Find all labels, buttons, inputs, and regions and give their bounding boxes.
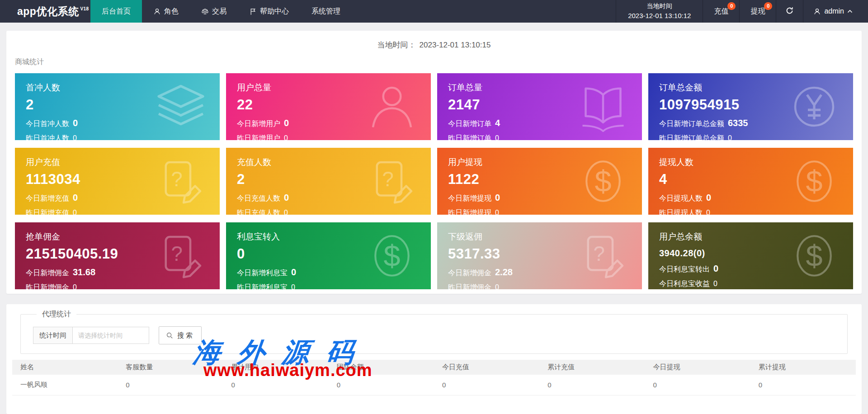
agent-table: 姓名客服数量累计用户团队余额今日充值累计充值今日提现累计提现 一帆风顺00000… — [12, 360, 856, 395]
agent-table-header-cell: 累计充值 — [539, 360, 645, 375]
stat-card-yesterday-value: 0 — [284, 209, 288, 215]
stat-card-today-value: 0 — [291, 267, 296, 278]
agent-table-cell: 0 — [434, 375, 539, 395]
stat-card: 提现人数 4 今日提现人数 0 昨日提现人数 0 $ — [648, 148, 853, 215]
topbar: app优化系统V18 后台首页 角色 交易 帮助中心 系统管理 当地时间 202… — [0, 0, 868, 23]
stat-card-title: 订单总金额 — [659, 82, 842, 94]
stat-card-value: 5317.33 — [448, 246, 631, 262]
stat-card-today-label: 今日充值人数 — [237, 194, 280, 203]
stat-card-today-value: 0 — [284, 193, 289, 203]
stat-card-today-value: 0 — [284, 118, 289, 128]
stat-card-yesterday-value: 0 — [284, 134, 288, 140]
agent-table-cell: 0 — [118, 375, 223, 395]
stat-card-value: 2 — [237, 171, 420, 188]
stat-card-yesterday-value: 0 — [73, 134, 77, 140]
stat-card-value: 215150405.19 — [26, 246, 209, 262]
nav-item-label: 角色 — [164, 7, 179, 16]
stat-card: 订单总量 2147 今日新增订单 4 昨日新增订单 0 — [437, 73, 642, 140]
user-icon — [153, 8, 161, 15]
nav-item-label: 后台首页 — [102, 7, 131, 16]
stat-card-today-label: 今日新增充值 — [26, 194, 69, 203]
stat-card-yesterday-label: 昨日提现人数 — [659, 208, 703, 215]
stat-card-yesterday-label: 今日利息宝收益 — [659, 279, 710, 289]
flag-icon — [249, 8, 257, 15]
stat-card-yesterday-label: 昨日新增订单 — [448, 134, 491, 140]
stat-card-value: 0 — [237, 246, 420, 262]
stat-card: 用户充值 1113034 今日新增充值 0 昨日新增充值 0 ? — [15, 148, 220, 215]
stat-card: 订单总金额 1097954915 今日新增订单总金额 6335 昨日新增订单总金… — [648, 73, 853, 140]
agent-filter-row: 统计时间 搜索 — [33, 326, 838, 344]
stat-card-title: 下级返佣 — [448, 231, 631, 243]
recharge-button[interactable]: 充值 0 — [703, 0, 739, 23]
agent-legend: 代理统计 — [37, 310, 76, 319]
stat-card: 抢单佣金 215150405.19 今日新增佣金 31.68 昨日新增佣金 0 … — [15, 222, 220, 289]
withdraw-badge: 0 — [764, 2, 772, 10]
stat-card-value: 2147 — [448, 97, 631, 113]
stat-card-today-value: 0 — [495, 193, 500, 203]
stat-card-value: 1122 — [448, 171, 631, 188]
stat-card-yesterday-label: 昨日新增佣金 — [448, 283, 491, 289]
stat-time-input[interactable] — [72, 327, 149, 344]
nav-item-3[interactable]: 帮助中心 — [238, 0, 300, 23]
username: admin — [824, 7, 844, 15]
nav-item-4[interactable]: 系统管理 — [300, 0, 352, 23]
stats-panel: 当地时间：2023-12-01 13:10:15 商城统计 首冲人数 2 今日首… — [6, 31, 862, 294]
stat-card-yesterday-value: 0 — [495, 134, 499, 140]
user-menu[interactable]: admin — [803, 0, 868, 23]
stat-card-yesterday-value: 0 — [713, 280, 717, 288]
stat-card-yesterday-label: 昨日新增利息宝 — [237, 283, 288, 289]
nav-item-label: 交易 — [212, 7, 226, 16]
stat-card-yesterday-value: 0 — [73, 283, 77, 289]
stat-card-yesterday-value: 0 — [706, 209, 710, 215]
nav-item-label: 系统管理 — [311, 7, 340, 16]
agent-table-header-row: 姓名客服数量累计用户团队余额今日充值累计充值今日提现累计提现 — [12, 360, 856, 375]
scale-icon — [201, 8, 209, 15]
stat-time-input-group: 统计时间 — [33, 327, 149, 344]
stat-card-yesterday-label: 昨日新增订单总金额 — [659, 134, 724, 140]
stat-card-value: 2 — [26, 97, 209, 113]
app-version: V18 — [80, 6, 89, 11]
app-logo: app优化系统V18 — [0, 0, 90, 23]
stat-card-title: 用户充值 — [26, 156, 209, 168]
nav-item-0[interactable]: 后台首页 — [90, 0, 142, 23]
stat-card-value: 4 — [659, 171, 842, 188]
stat-card-yesterday-label: 昨日首冲人数 — [26, 134, 69, 140]
stat-card-yesterday-value: 0 — [728, 134, 732, 140]
stat-card-title: 利息宝转入 — [237, 231, 420, 243]
withdraw-label: 提现 — [750, 7, 765, 16]
stats-local-time-label: 当地时间： — [377, 41, 416, 49]
stats-local-time-value: 2023-12-01 13:10:15 — [420, 41, 491, 49]
nav-item-2[interactable]: 交易 — [190, 0, 238, 23]
stat-card-today-value: 6335 — [728, 118, 748, 128]
stat-card-today-label: 今日新增订单总金额 — [659, 119, 724, 129]
withdraw-button[interactable]: 提现 0 — [739, 0, 776, 23]
agent-table-body: 一帆风顺0000000 — [12, 375, 856, 395]
stat-card-value: 3940.28(0) — [659, 248, 842, 259]
stats-card-grid: 首冲人数 2 今日首冲人数 0 昨日首冲人数 0 用户总量 22 今日新增用户 … — [15, 73, 853, 289]
app-title: app优化系统 — [17, 5, 79, 19]
stat-card-yesterday-value: 0 — [495, 283, 499, 289]
stat-time-label: 统计时间 — [33, 327, 72, 344]
stat-card-today-value: 0 — [706, 193, 711, 203]
stat-card-title: 充值人数 — [237, 156, 420, 168]
stat-card-today-value: 2.28 — [495, 267, 513, 278]
stat-card-value: 22 — [237, 97, 420, 113]
agent-table-header-cell: 累计用户 — [223, 360, 329, 375]
stat-card-title: 用户提现 — [448, 156, 631, 168]
topbar-right: 当地时间 2023-12-01 13:10:12 充值 0 提现 0 admin — [616, 0, 868, 23]
user-icon — [813, 8, 821, 15]
nav-item-1[interactable]: 角色 — [142, 0, 190, 23]
search-button-label: 搜索 — [177, 331, 194, 340]
search-button[interactable]: 搜索 — [159, 326, 202, 344]
agent-table-header-cell: 团队余额 — [329, 360, 434, 375]
main-nav: 后台首页 角色 交易 帮助中心 系统管理 — [90, 0, 352, 23]
stat-card-today-label: 今日首冲人数 — [26, 119, 69, 129]
stat-card: 充值人数 2 今日充值人数 0 昨日充值人数 0 ? — [226, 148, 431, 215]
recharge-badge: 0 — [727, 2, 736, 10]
search-icon — [166, 332, 174, 339]
agent-table-cell: 0 — [645, 375, 750, 395]
stat-card: 用户总余额 3940.28(0) 今日利息宝转出 0 今日利息宝收益 0 $ — [648, 222, 853, 289]
refresh-button[interactable] — [776, 0, 803, 23]
stat-card: 用户总量 22 今日新增用户 0 昨日新增用户 0 — [226, 73, 431, 140]
stat-card-today-value: 0 — [73, 118, 78, 128]
